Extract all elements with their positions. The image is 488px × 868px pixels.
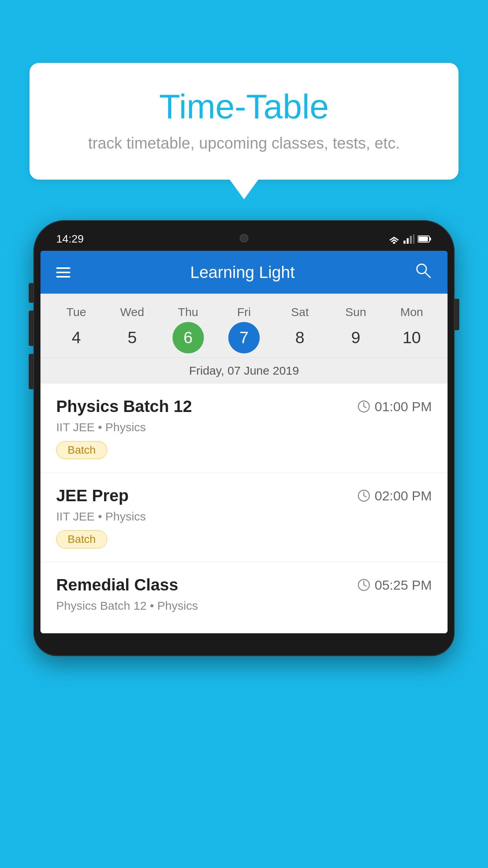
weekday-label: Thu — [163, 305, 214, 319]
calendar-day-wed[interactable]: Wed5 — [106, 305, 158, 353]
calendar-day-sun[interactable]: Sun9 — [330, 305, 382, 353]
weekday-label: Sat — [274, 305, 325, 319]
calendar-day-thu[interactable]: Thu6 — [163, 305, 214, 353]
date-number: 4 — [61, 322, 92, 353]
date-number: 10 — [396, 322, 427, 353]
search-button[interactable] — [415, 262, 432, 283]
svg-rect-5 — [410, 236, 412, 244]
svg-rect-9 — [418, 237, 428, 241]
svg-rect-8 — [429, 237, 431, 241]
schedule-subtitle: IIT JEE • Physics — [56, 421, 432, 434]
calendar-day-fri[interactable]: Fri7 — [218, 305, 270, 353]
svg-point-2 — [393, 242, 395, 244]
phone-outer: 14:29 — [33, 220, 455, 656]
status-time: 14:29 — [56, 233, 84, 245]
volume-up-button — [29, 311, 33, 346]
schedule-title: Remedial Class — [56, 576, 178, 594]
date-number: 7 — [228, 322, 260, 353]
status-icons — [388, 234, 432, 244]
weekday-label: Fri — [218, 305, 270, 319]
clock-icon — [357, 400, 371, 413]
svg-rect-6 — [413, 234, 415, 244]
svg-line-11 — [425, 272, 430, 278]
phone-bottom — [40, 633, 448, 649]
clock-icon — [357, 578, 371, 592]
schedule-item-header: Remedial Class05:25 PM — [56, 576, 432, 594]
status-bar: 14:29 — [40, 227, 448, 251]
hamburger-menu-button[interactable] — [56, 267, 70, 278]
date-number: 6 — [172, 322, 204, 353]
schedule-item-header: JEE Prep02:00 PM — [56, 486, 432, 505]
volume-down-button — [29, 354, 33, 389]
phone-screen: Learning Light Tue4Wed5Thu6Fri7Sat8Sun9M… — [40, 251, 448, 633]
calendar-day-mon[interactable]: Mon10 — [386, 305, 437, 353]
weekday-label: Sun — [330, 305, 382, 319]
svg-line-14 — [364, 406, 366, 408]
date-number: 9 — [340, 322, 372, 353]
bubble-subtitle: track timetable, upcoming classes, tests… — [61, 134, 427, 152]
schedule-subtitle: Physics Batch 12 • Physics — [56, 599, 432, 612]
schedule-item[interactable]: JEE Prep02:00 PMIIT JEE • PhysicsBatch — [40, 473, 448, 562]
camera — [240, 234, 248, 243]
app-title: Learning Light — [190, 263, 295, 282]
svg-rect-4 — [407, 238, 409, 244]
schedule-list: Physics Batch 1201:00 PMIIT JEE • Physic… — [40, 384, 448, 633]
schedule-title: JEE Prep — [56, 486, 128, 505]
app-header: Learning Light — [40, 251, 448, 294]
calendar-section: Tue4Wed5Thu6Fri7Sat8Sun9Mon10 Friday, 07… — [40, 294, 448, 384]
schedule-time: 02:00 PM — [357, 488, 432, 504]
mute-button — [29, 283, 33, 303]
svg-rect-3 — [404, 241, 405, 244]
schedule-title: Physics Batch 12 — [56, 397, 192, 416]
weekday-label: Wed — [106, 305, 158, 319]
bubble-title: Time-Table — [61, 86, 427, 127]
signal-icon — [404, 234, 415, 244]
schedule-item-header: Physics Batch 1201:00 PM — [56, 397, 432, 416]
speech-bubble-container: Time-Table track timetable, upcoming cla… — [29, 63, 459, 180]
notch — [209, 227, 279, 249]
weekday-label: Mon — [386, 305, 437, 319]
wifi-icon — [388, 234, 400, 244]
calendar-row: Tue4Wed5Thu6Fri7Sat8Sun9Mon10 — [40, 302, 448, 357]
schedule-time: 05:25 PM — [357, 577, 432, 593]
date-number: 5 — [116, 322, 148, 353]
time-text: 02:00 PM — [374, 488, 432, 504]
search-icon — [415, 262, 432, 279]
weekday-label: Tue — [51, 305, 102, 319]
speech-bubble: Time-Table track timetable, upcoming cla… — [29, 63, 459, 180]
batch-badge: Batch — [56, 441, 107, 459]
selected-date-label: Friday, 07 June 2019 — [40, 357, 448, 384]
battery-icon — [418, 235, 432, 243]
schedule-item[interactable]: Physics Batch 1201:00 PMIIT JEE • Physic… — [40, 384, 448, 473]
time-text: 01:00 PM — [374, 399, 432, 414]
clock-icon — [357, 489, 371, 502]
svg-line-17 — [364, 496, 366, 497]
schedule-item[interactable]: Remedial Class05:25 PMPhysics Batch 12 •… — [40, 562, 448, 633]
time-text: 05:25 PM — [374, 577, 432, 593]
power-button — [455, 299, 459, 330]
batch-badge: Batch — [56, 530, 107, 548]
calendar-day-tue[interactable]: Tue4 — [51, 305, 102, 353]
calendar-day-sat[interactable]: Sat8 — [274, 305, 325, 353]
date-number: 8 — [284, 322, 316, 353]
phone-mockup: 14:29 — [33, 220, 455, 868]
schedule-time: 01:00 PM — [357, 399, 432, 414]
svg-line-20 — [364, 585, 366, 586]
schedule-subtitle: IIT JEE • Physics — [56, 510, 432, 523]
